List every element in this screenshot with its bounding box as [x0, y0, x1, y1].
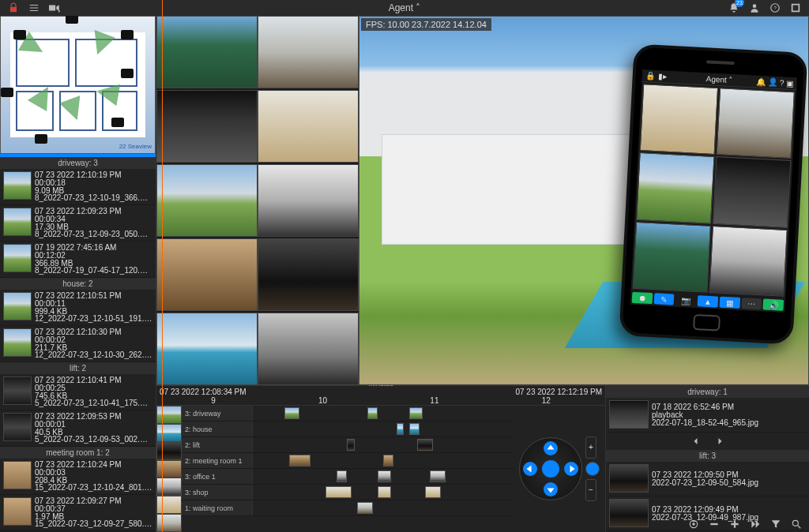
event-row[interactable]: 07 23 2022 12:09:50 PM2022-07-23_12-09-5… — [606, 462, 809, 496]
recording-row[interactable]: 07 23 2022 12:10:30 PM00:00:02211.7 KB12… — [0, 326, 156, 362]
menu-icon[interactable] — [27, 1, 41, 15]
ptz-zoom-knob[interactable] — [585, 462, 600, 476]
ptz-control[interactable]: + − — [514, 406, 605, 532]
timeline-row[interactable]: 3: office 1 — [182, 469, 514, 485]
timeline-segment[interactable] — [397, 423, 404, 435]
timeline-preview-column — [156, 406, 182, 532]
timeline-segment[interactable] — [378, 486, 391, 498]
floorplan[interactable]: 22 Seaview — [0, 16, 156, 154]
timeline-row[interactable]: 1: waiting room — [182, 500, 514, 516]
camera-thumb[interactable] — [258, 313, 359, 385]
camera-fov-icon — [95, 81, 120, 106]
camera-icon[interactable] — [66, 16, 78, 24]
recording-row[interactable]: 07 23 2022 12:10:41 PM00:00:25745.6 KB5_… — [0, 374, 156, 410]
recording-row[interactable]: 07 23 2022 12:10:19 PM00:00:189.09 MB8_2… — [0, 169, 156, 205]
phone-more-icon: ⋯ — [741, 298, 762, 309]
timeline-row[interactable]: 2: lift — [182, 437, 514, 453]
timeline[interactable]: 07 23 2022 12:08:34 PM Minutes 07 23 202… — [156, 386, 605, 532]
skip-end-icon[interactable] — [749, 518, 762, 530]
search-icon[interactable] — [790, 518, 803, 530]
recording-row[interactable]: 07 23 2022 12:09:23 PM00:00:3417.30 MB8_… — [0, 205, 156, 242]
ptz-zoom-in[interactable]: + — [585, 436, 596, 459]
minus-icon[interactable] — [708, 518, 721, 530]
filter-icon[interactable] — [769, 518, 782, 530]
chevron-left-icon[interactable] — [689, 434, 703, 448]
camera-thumb[interactable] — [258, 90, 359, 163]
timeline-row[interactable]: 3: shop — [182, 485, 514, 500]
events-group-header[interactable]: driveway: 1 — [606, 386, 809, 398]
timeline-row-label: 2: meeting room 1 — [182, 453, 253, 468]
camera-icon[interactable] — [111, 118, 124, 127]
camera-icon[interactable] — [121, 69, 134, 78]
timeline-segment[interactable] — [289, 455, 310, 466]
sidebar-group-header[interactable]: lift: 2 — [0, 362, 156, 374]
timeline-row[interactable]: 2: house — [182, 421, 514, 437]
camera-thumb[interactable] — [258, 16, 359, 88]
app-title[interactable]: Agent ˄ — [389, 2, 421, 13]
timeline-segment[interactable] — [347, 439, 355, 451]
timeline-segment[interactable] — [378, 470, 391, 482]
timeline-segment[interactable] — [409, 407, 423, 419]
timeline-segment[interactable] — [430, 470, 446, 482]
camera-thumb[interactable] — [156, 90, 258, 163]
timeline-row[interactable]: 2: meeting room 1 — [182, 453, 514, 469]
phone-snapshot-icon: 📷 — [675, 294, 696, 306]
ptz-down[interactable] — [544, 482, 558, 496]
recording-thumb — [3, 497, 32, 526]
recording-thumb — [3, 328, 32, 357]
recording-file: 5_2022-07-23_12-09-53_002.mp4 — [35, 436, 152, 444]
recording-row[interactable]: 07 23 2022 12:10:24 PM00:00:03208.4 KB15… — [0, 459, 156, 495]
recording-size: 211.7 KB — [35, 344, 152, 352]
ptz-right[interactable] — [564, 462, 578, 476]
camera-thumb[interactable] — [156, 313, 258, 385]
recording-row[interactable]: 07 23 2022 12:09:53 PM00:00:0140.5 KB5_2… — [0, 410, 156, 447]
camera-thumb[interactable] — [258, 164, 359, 237]
camera-icon[interactable] — [35, 134, 47, 144]
notification-badge: 23 — [735, 0, 744, 7]
target-icon[interactable] — [687, 518, 700, 530]
fullscreen-icon[interactable] — [788, 1, 803, 15]
timeline-segment[interactable] — [425, 486, 441, 498]
sidebar-group-header[interactable]: house: 2 — [0, 278, 156, 290]
chevron-right-icon[interactable] — [713, 434, 727, 448]
main-camera-view[interactable]: FPS: 10.00 23.7.2022 14.12.04 🔒 ▮▸ Agent… — [359, 16, 809, 385]
timeline-segment[interactable] — [284, 407, 300, 419]
camera-thumb[interactable] — [156, 164, 258, 237]
recording-thumb — [3, 413, 32, 441]
lock-icon[interactable] — [6, 1, 21, 15]
timeline-row[interactable]: 3: driveway — [182, 406, 514, 421]
camera-thumb[interactable] — [258, 238, 359, 311]
ptz-up[interactable] — [544, 441, 558, 455]
recording-row[interactable]: 07 19 2022 7:45:16 AM00:12:02366.89 MB8_… — [0, 242, 156, 278]
camera-thumb[interactable] — [156, 16, 258, 88]
timeline-segment[interactable] — [367, 407, 378, 419]
recording-row[interactable]: 07 23 2022 12:10:51 PM00:00:11999.4 KB12… — [0, 290, 156, 326]
ptz-zoom-out[interactable]: − — [585, 479, 596, 501]
ptz-left[interactable] — [523, 462, 537, 476]
timeline-segment[interactable] — [409, 423, 420, 435]
camera-dropdown-icon[interactable] — [47, 1, 62, 15]
timeline-segment[interactable] — [357, 502, 373, 514]
timeline-segment[interactable] — [417, 439, 433, 451]
camera-icon[interactable] — [13, 30, 26, 39]
camera-icon[interactable] — [121, 30, 134, 39]
user-icon[interactable] — [747, 1, 762, 15]
event-row[interactable]: 07 18 2022 6:52:46 PMplayback2022-07-18_… — [606, 398, 809, 433]
recording-size: 17.30 MB — [35, 223, 152, 231]
recording-row[interactable]: 07 23 2022 12:09:27 PM00:00:371.97 MB15_… — [0, 495, 156, 531]
timeline-segment[interactable] — [383, 455, 393, 466]
timeline-segment[interactable] — [337, 470, 347, 482]
camera-icon[interactable] — [1, 88, 13, 97]
notifications-icon[interactable]: 23 — [727, 1, 741, 15]
camera-thumb[interactable] — [156, 238, 258, 311]
timeline-segment[interactable] — [325, 486, 352, 498]
sidebar-group-header[interactable]: driveway: 3 — [0, 157, 156, 169]
timeline-row-label: 3: office 1 — [182, 469, 253, 484]
recording-time: 07 23 2022 12:10:41 PM — [35, 377, 152, 384]
sidebar-group-header[interactable]: meeting room 1: 2 — [0, 447, 156, 459]
plus-icon[interactable] — [728, 518, 741, 530]
ptz-center[interactable] — [542, 460, 559, 478]
recording-thumb — [3, 244, 32, 272]
events-group-header[interactable]: lift: 3 — [606, 450, 809, 462]
help-icon[interactable]: ? — [768, 1, 782, 15]
